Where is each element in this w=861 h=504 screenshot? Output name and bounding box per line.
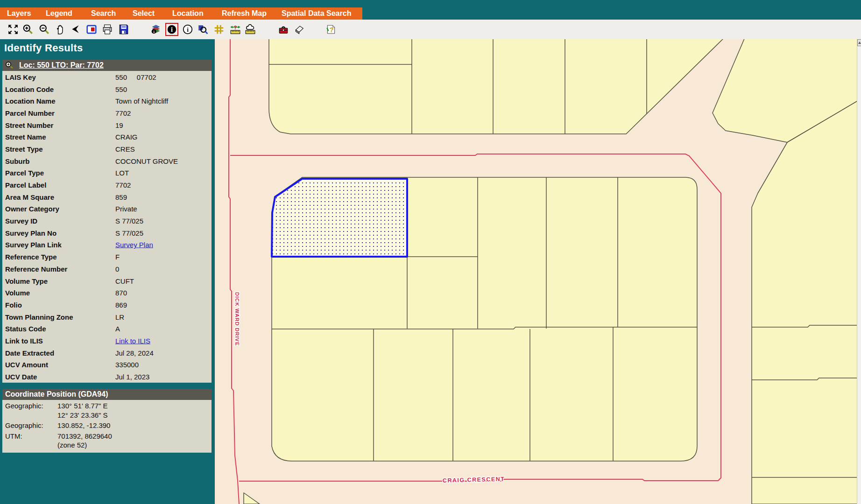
save-icon[interactable] <box>118 24 129 35</box>
row-suburb: SuburbCOCONUT GROVE <box>2 155 212 167</box>
measure-distance-icon[interactable]: ? <box>230 24 241 35</box>
row-street-type: Street TypeCRES <box>2 143 212 155</box>
identify-icon[interactable]: i <box>166 24 177 35</box>
map-viewport[interactable]: DICK WARD DRIVE CRAIG CRESCENT <box>215 39 861 504</box>
row-street-number: Street Number19 <box>2 119 212 131</box>
row-folio: Folio869 <box>2 299 212 311</box>
svg-text:?: ? <box>234 25 237 30</box>
menu-legend[interactable]: Legend <box>46 7 72 20</box>
scroll-up-button[interactable] <box>857 39 861 46</box>
top-band: Layers Legend Search Select Location Ref… <box>0 0 861 20</box>
print-icon[interactable] <box>102 24 113 35</box>
query-search-icon[interactable] <box>197 24 208 35</box>
zoom-extent-icon[interactable] <box>7 24 19 35</box>
zoom-out-icon[interactable] <box>39 24 50 35</box>
eraser-icon[interactable] <box>293 24 304 35</box>
zoom-in-icon[interactable] <box>22 24 34 35</box>
row-parcel-type: Parcel TypeLOT <box>2 167 212 179</box>
coordinate-header-bar: Coordinate Position (GDA94) <box>2 389 212 400</box>
menu-layers[interactable]: Layers <box>7 7 31 20</box>
toolbox-icon[interactable] <box>278 24 289 35</box>
measure-area-icon[interactable] <box>245 24 256 35</box>
menu-bar: Layers Legend Search Select Location Ref… <box>0 7 362 20</box>
pan-hand-icon[interactable] <box>55 24 66 35</box>
row-survey-id: Survey IDS 77/025 <box>2 215 212 227</box>
row-town-planning-zone: Town Planning ZoneLR <box>2 311 212 323</box>
coordinate-header-label: Coordinate Position (GDA94) <box>5 389 108 400</box>
row-location-name: Location NameTown of Nightcliff <box>2 95 212 107</box>
identify-results-panel: Identify Results Loc: 550 LTO: Par: 7702… <box>0 39 215 504</box>
row-ucv-date: UCV DateJul 1, 2023 <box>2 371 212 383</box>
survey-plan-link[interactable]: Survey Plan <box>115 241 153 249</box>
coordinate-utm: UTM: 701392, 8629640 (zone 52) <box>2 432 212 450</box>
grid-icon[interactable] <box>213 24 225 35</box>
svg-text:i: i <box>171 26 173 33</box>
panel-title: Identify Results <box>4 42 83 54</box>
row-status-code: Status CodeA <box>2 322 212 335</box>
row-ucv-amount: UCV Amount335000 <box>2 359 212 371</box>
result-header-link[interactable]: Loc: 550 LTO: Par: 7702 <box>19 60 104 71</box>
svg-text:?: ? <box>330 26 334 34</box>
back-arrow-icon[interactable] <box>70 24 81 35</box>
coordinate-geographic-decimal: Geographic: 130.852, -12.390 <box>2 421 212 430</box>
row-location-code: Location Code550 <box>2 83 212 95</box>
coordinate-section: Geographic: 130° 51' 8.77" E 12° 23' 23.… <box>2 400 212 453</box>
hotlink-icon[interactable] <box>86 24 97 35</box>
row-parcel-label: Parcel Label7702 <box>2 179 212 191</box>
row-reference-type: Reference TypeF <box>2 251 212 263</box>
row-reference-number: Reference Number0 <box>2 263 212 275</box>
menu-spatial-data-search[interactable]: Spatial Data Search <box>282 7 351 20</box>
selected-parcel[interactable] <box>272 179 407 257</box>
cadastral-map[interactable]: DICK WARD DRIVE CRAIG CRESCENT <box>215 39 861 504</box>
row-date-extracted: Date ExtractedJul 28, 2024 <box>2 347 212 359</box>
toolbar: i i i ? ? <box>0 20 861 40</box>
identify-layers-icon[interactable]: i <box>150 24 162 35</box>
svg-text:i: i <box>187 26 189 33</box>
row-survey-plan-link: Survey Plan LinkSurvey Plan <box>2 239 212 251</box>
row-volume: Volume870 <box>2 287 212 299</box>
row-lais-key: LAIS Key550 07702 <box>2 71 212 83</box>
help-icon[interactable]: ? <box>325 24 337 35</box>
row-area-m-square: Area M Square859 <box>2 191 212 203</box>
row-parcel-number: Parcel Number7702 <box>2 107 212 119</box>
row-survey-plan-no: Survey Plan NoS 77/025 <box>2 227 212 239</box>
row-owner-category: Owner CategoryPrivate <box>2 203 212 215</box>
identify-rows: LAIS Key550 07702 Location Code550 Locat… <box>2 71 212 383</box>
menu-select[interactable]: Select <box>133 7 155 20</box>
vertical-scrollbar[interactable] <box>857 39 861 504</box>
street-label-dick-ward-drive: DICK WARD DRIVE <box>234 292 240 346</box>
row-link-to-ilis: Link to ILISLink to ILIS <box>2 335 212 347</box>
coordinate-geographic-dms: Geographic: 130° 51' 8.77" E 12° 23' 23.… <box>2 401 212 420</box>
menu-location[interactable]: Location <box>172 7 204 20</box>
ilis-link[interactable]: Link to ILIS <box>115 336 150 344</box>
info-circle-icon[interactable]: i <box>182 24 193 35</box>
row-volume-type: Volume TypeCUFT <box>2 275 212 287</box>
result-header-bar: Loc: 550 LTO: Par: 7702 <box>2 60 212 71</box>
menu-refresh-map[interactable]: Refresh Map <box>222 7 267 20</box>
row-street-name: Street NameCRAIG <box>2 131 212 143</box>
menu-search[interactable]: Search <box>91 7 116 20</box>
